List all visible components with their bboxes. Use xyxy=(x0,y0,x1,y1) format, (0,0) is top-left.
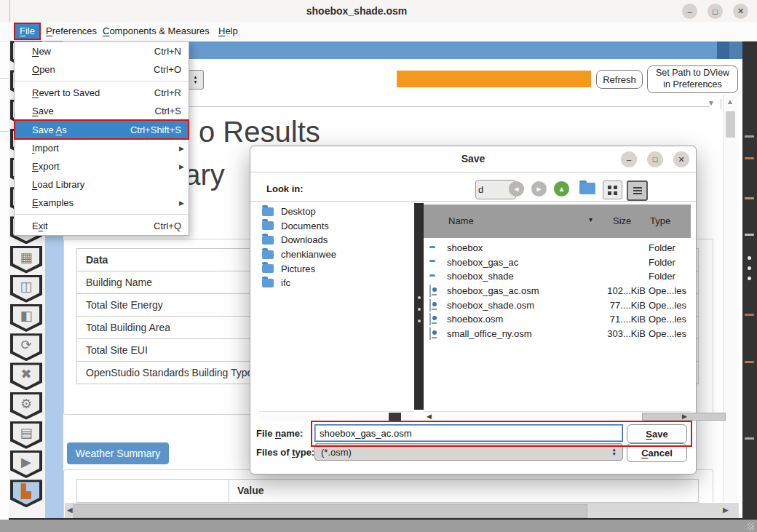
file-size: 102...KiB xyxy=(569,285,646,296)
hvac-loop-tab[interactable]: ⟳ xyxy=(10,333,42,361)
detail-view-button[interactable] xyxy=(627,180,648,201)
splitter-dot xyxy=(418,296,421,299)
menu-item-label: Export xyxy=(32,161,60,172)
minimize-button[interactable]: – xyxy=(682,4,697,19)
file-name: shoebox xyxy=(447,242,483,253)
hvac-loop-icon: ⟳ xyxy=(20,336,31,354)
vertical-scroll-thumb[interactable] xyxy=(726,111,735,138)
file-name: shoebox_gas_ac.osm xyxy=(447,285,539,296)
file-row[interactable]: shoebox_shade.osm77....KiBOpe...les xyxy=(424,298,691,312)
file-list-pane: Name ▾ Size Type shoeboxFoldershoebox_ga… xyxy=(424,203,691,408)
look-in-label: Look in: xyxy=(266,183,304,194)
scroll-left-icon[interactable]: ◀ xyxy=(427,413,432,420)
horizontal-scroll-thumb[interactable] xyxy=(74,504,587,518)
menu-item-label: Import xyxy=(32,143,59,154)
column-header-name[interactable]: Name xyxy=(448,215,474,226)
results-tab[interactable]: ▙ xyxy=(10,480,42,507)
building-icon: ▦ xyxy=(20,248,32,267)
file-row[interactable]: small_office_ny.osm303...KiBOpe...les xyxy=(424,327,691,341)
back-button[interactable]: ◄ xyxy=(509,181,524,196)
report-heading-fragment: o Results xyxy=(199,116,320,148)
weather-summary-button[interactable]: Weather Summary xyxy=(67,442,169,464)
menu-item-shortcut: Ctrl+Q xyxy=(154,221,181,231)
file-type: Folder xyxy=(649,271,675,282)
run-tab[interactable]: ▶ xyxy=(10,450,42,478)
background-dash xyxy=(745,234,754,236)
refresh-button[interactable]: Refresh xyxy=(596,70,643,89)
scroll-right-icon[interactable]: ▶ xyxy=(682,413,687,420)
file-list-scrollbar[interactable]: ◀ ▶ xyxy=(424,411,691,421)
menu-item-export[interactable]: Export▶ xyxy=(15,157,189,175)
scroll-right-icon[interactable]: ▶ xyxy=(723,506,729,514)
value-column-header: Value xyxy=(237,480,264,502)
menu-item-exit[interactable]: ExitCtrl+Q xyxy=(15,217,189,235)
file-rows: shoeboxFoldershoebox_gas_acFoldershoebox… xyxy=(424,241,691,341)
menu-item-shortcut: Ctrl+N xyxy=(154,46,181,57)
building-tab[interactable]: ▦ xyxy=(10,246,42,274)
place-item-chenkianwee[interactable]: chenkianwee xyxy=(259,247,414,262)
sort-indicator-icon[interactable]: ▾ xyxy=(589,215,592,223)
chevron-down-icon[interactable]: ▼ xyxy=(708,99,715,107)
column-header-type[interactable]: Type xyxy=(650,215,670,226)
menubar-item-help[interactable]: Help xyxy=(214,24,242,39)
menu-item-label: Revert to Saved xyxy=(32,87,100,98)
places-pane: DesktopDocumentsDownloadschenkianweePict… xyxy=(259,205,414,410)
file-row[interactable]: shoebox_gas_ac.osm102...KiBOpe...les xyxy=(424,284,691,298)
resize-grip-icon[interactable] xyxy=(747,523,754,530)
place-item-desktop[interactable]: Desktop xyxy=(259,205,414,219)
osm-file-icon xyxy=(429,300,431,311)
place-item-downloads[interactable]: Downloads xyxy=(259,233,414,247)
menubar-item-components-measures[interactable]: Components & Measures xyxy=(98,24,214,39)
file-row[interactable]: shoeboxFolder xyxy=(424,241,691,255)
file-row[interactable]: shoebox_gas_acFolder xyxy=(424,255,691,270)
menubar-item-preferences[interactable]: Preferences xyxy=(41,24,101,39)
icon-view-button[interactable] xyxy=(603,180,622,199)
dialog-minimize-button[interactable]: – xyxy=(621,151,637,167)
scroll-left-icon[interactable]: ◀ xyxy=(67,506,73,514)
close-button[interactable]: ✕ xyxy=(733,4,748,19)
menu-item-label: New xyxy=(32,46,51,57)
files-of-type-label: Files of type: xyxy=(256,447,314,458)
forward-button[interactable]: ► xyxy=(531,181,547,196)
settings-tab[interactable]: ⚙ xyxy=(10,392,42,420)
menubar-item-file[interactable]: File xyxy=(15,24,39,39)
splitter-dot xyxy=(418,308,421,311)
reports-icon: ▤ xyxy=(20,424,32,442)
dialog-maximize-button[interactable]: □ xyxy=(647,151,663,167)
places-scrollbar[interactable] xyxy=(259,411,414,421)
menu-item-load-library[interactable]: Load Library xyxy=(15,175,189,194)
osm-file-icon xyxy=(429,285,431,296)
column-header-size[interactable]: Size xyxy=(613,215,631,226)
horizontal-scrollbar[interactable]: ◀ ▶ xyxy=(65,503,739,518)
file-type: Folder xyxy=(649,257,675,268)
menu-item-import[interactable]: Import▶ xyxy=(15,139,189,157)
menu-item-save-as[interactable]: Save AsCtrl+Shift+S xyxy=(15,120,189,139)
menu-item-save[interactable]: SaveCtrl+S xyxy=(15,102,189,120)
menu-item-examples[interactable]: Examples▶ xyxy=(15,194,189,212)
osm-file-icon xyxy=(429,328,431,339)
file-row[interactable]: shoebox_shadeFolder xyxy=(424,269,691,284)
dialog-close-button[interactable]: ✕ xyxy=(673,151,689,167)
scroll-up-icon[interactable]: ▲ xyxy=(726,98,734,106)
up-directory-button[interactable]: ▲ xyxy=(554,181,569,196)
reports-tab[interactable]: ▤ xyxy=(10,421,42,449)
units-spinner[interactable]: ▲▼ xyxy=(187,70,204,90)
place-item-ifc[interactable]: ifc xyxy=(259,276,414,290)
geometry-tab[interactable]: ◧ xyxy=(10,304,42,332)
pane-splitter[interactable] xyxy=(414,203,424,410)
places-scroll-thumb[interactable] xyxy=(389,413,401,421)
file-row[interactable]: shoebox.osm71....KiBOpe...les xyxy=(424,312,691,327)
new-folder-button[interactable] xyxy=(579,183,595,194)
place-item-documents[interactable]: Documents xyxy=(259,219,414,234)
menu-item-new[interactable]: NewCtrl+N xyxy=(15,42,189,60)
maximize-button[interactable]: □ xyxy=(708,4,723,19)
red-highlight-frame xyxy=(311,421,692,447)
dview-path-button[interactable]: Set Path to DViewin Preferences xyxy=(647,65,738,93)
menu-item-revert-to-saved[interactable]: Revert to SavedCtrl+R xyxy=(15,84,189,102)
place-item-pictures[interactable]: Pictures xyxy=(259,261,414,276)
menu-item-open[interactable]: OpenCtrl+O xyxy=(15,60,189,79)
loads-tab[interactable]: ◫ xyxy=(10,275,42,303)
vertical-scrollbar[interactable]: ▲ xyxy=(723,95,738,502)
look-in-value: d xyxy=(478,184,483,195)
measures-tab[interactable]: ✖ xyxy=(10,362,42,390)
